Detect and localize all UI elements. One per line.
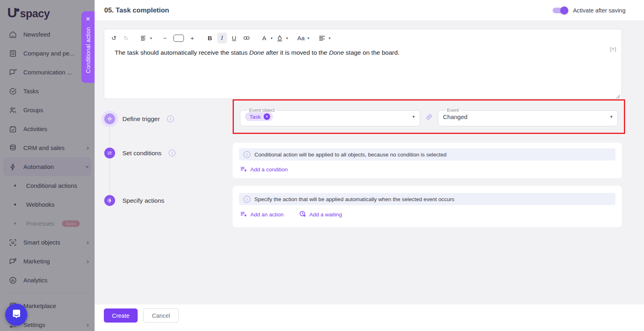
font-size-decrease-button[interactable]: −	[160, 33, 170, 43]
dropdown-arrow-icon[interactable]: ▾	[412, 114, 415, 119]
text-case-caret[interactable]: ▾	[308, 36, 310, 40]
panel-header: 05. Task completion Activate after savin…	[95, 0, 644, 21]
actions-card: i Specify the action that will be applie…	[233, 186, 622, 227]
conditional-action-tab[interactable]: × Conditional action	[81, 11, 95, 83]
list-plus-icon	[240, 210, 247, 219]
close-icon[interactable]: ×	[86, 14, 90, 23]
trigger-info-icon[interactable]: i	[167, 115, 174, 122]
page-title: 05. Task completion	[104, 6, 169, 14]
editor-resize-handle[interactable]	[616, 93, 620, 97]
slideover-panel: 05. Task completion Activate after savin…	[95, 0, 644, 331]
add-waiting-button[interactable]: Add a waiting	[299, 210, 342, 219]
highlight-color-caret[interactable]: ▾	[286, 36, 288, 40]
font-size-increase-button[interactable]: +	[188, 33, 197, 43]
step-define-trigger: Define trigger i	[104, 113, 174, 124]
chat-bubble-icon	[11, 308, 22, 321]
dropdown-arrow-icon[interactable]: ▾	[610, 114, 613, 119]
bold-button[interactable]: B	[205, 33, 215, 43]
activate-toggle-label: Activate after saving	[573, 7, 625, 14]
align-caret[interactable]: ▾	[328, 36, 330, 40]
steps-connector-line	[109, 125, 110, 195]
actions-info-banner: i Specify the action that will be applie…	[239, 193, 615, 205]
editor-content[interactable]: The task should automatically receive th…	[104, 44, 621, 84]
info-icon: i	[244, 196, 250, 203]
insert-variable-button[interactable]: {+}	[610, 46, 616, 52]
line-spacing-button[interactable]	[139, 33, 149, 43]
undo-button[interactable]: ↺	[109, 33, 119, 43]
line-spacing-caret[interactable]: ▾	[150, 36, 152, 40]
list-plus-icon	[240, 165, 247, 174]
align-button[interactable]	[317, 33, 327, 43]
cancel-button[interactable]: Cancel	[143, 308, 179, 323]
trigger-step-icon	[104, 113, 115, 124]
conditions-step-icon	[104, 148, 115, 158]
editor-toolbar: ↺ ↻ ▾ − + B I U A ▾ ▾ Aa	[104, 29, 621, 44]
task-chip[interactable]: Task ×	[245, 112, 273, 121]
actions-step-label: Specify actions	[122, 197, 164, 204]
tab-label: Conditional action	[85, 27, 91, 73]
chat-widget-button[interactable]	[5, 304, 27, 326]
step-specify-actions: Specify actions	[104, 195, 164, 206]
modal-scrim	[0, 0, 95, 331]
event-select[interactable]: Event Changed ▾	[438, 108, 618, 126]
clock-plus-icon	[299, 210, 306, 219]
trigger-highlight-rectangle: Event object Task × ▾ Event Changed ▾	[233, 99, 625, 134]
text-color-button[interactable]: A	[260, 33, 269, 43]
conditions-step-label: Set conditions	[122, 150, 161, 157]
font-size-box[interactable]	[172, 33, 185, 43]
event-value: Changed	[443, 113, 468, 120]
highlight-color-button[interactable]	[275, 33, 285, 43]
trigger-step-label: Define trigger	[122, 115, 160, 123]
info-icon: i	[244, 151, 250, 158]
description-editor: ↺ ↻ ▾ − + B I U A ▾ ▾ Aa	[104, 29, 622, 99]
conditions-card: i Conditional action will be applied to …	[233, 143, 622, 178]
app-window: U spacy Newsfeed Company and pe... › Com…	[0, 0, 644, 331]
step-set-conditions: Set conditions i	[104, 148, 175, 158]
italic-button[interactable]: I	[217, 33, 227, 43]
link-button[interactable]	[242, 33, 252, 43]
create-button[interactable]: Create	[104, 308, 138, 323]
conditions-info-icon[interactable]: i	[169, 150, 175, 156]
redo-button[interactable]: ↻	[121, 33, 131, 43]
chip-remove-icon[interactable]: ×	[264, 113, 270, 120]
link-chain-icon	[425, 113, 433, 121]
panel-footer: Create Cancel	[95, 304, 644, 331]
text-color-caret[interactable]: ▾	[271, 36, 273, 40]
event-label: Event	[445, 108, 461, 113]
activate-toggle[interactable]	[553, 8, 567, 13]
event-object-select[interactable]: Event object Task × ▾	[240, 108, 420, 126]
underline-button[interactable]: U	[229, 33, 239, 43]
conditions-info-banner: i Conditional action will be applied to …	[239, 148, 615, 160]
add-condition-button[interactable]: Add a condition	[240, 165, 288, 174]
text-case-button[interactable]: Aa	[296, 33, 306, 43]
activate-toggle-group: Activate after saving	[553, 7, 625, 14]
add-action-button[interactable]: Add an action	[240, 210, 284, 219]
actions-step-icon	[104, 195, 115, 206]
toggle-knob	[560, 6, 568, 14]
